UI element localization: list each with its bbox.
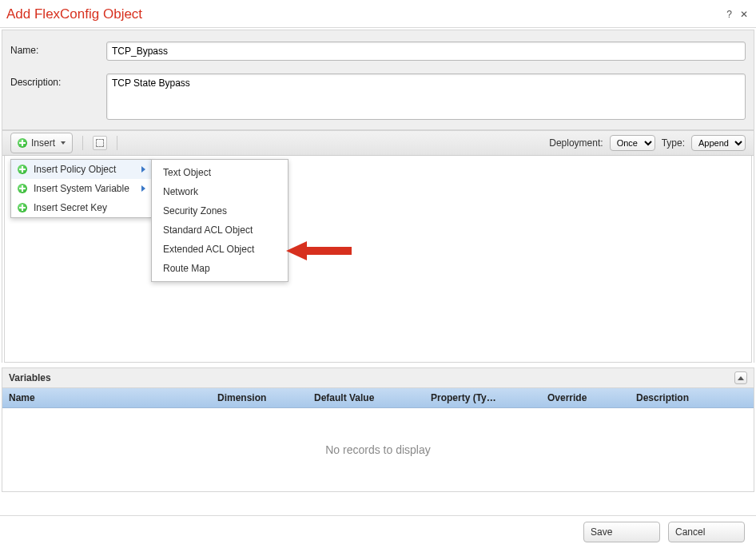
menu-item-label: Insert System Variable	[34, 183, 129, 194]
save-button[interactable]: Save	[583, 522, 660, 542]
variables-panel: Variables Name Dimension Default Value P…	[2, 367, 754, 492]
description-input[interactable]	[106, 73, 746, 120]
menu-insert-secret-key[interactable]: Insert Secret Key	[11, 198, 152, 217]
deployment-select[interactable]: Once	[610, 135, 655, 151]
submenu-standard-acl-object[interactable]: Standard ACL Object	[152, 220, 288, 240]
variables-header: Variables	[2, 368, 754, 388]
policy-object-submenu: Text Object Network Security Zones Stand…	[151, 159, 288, 282]
description-label: Description:	[10, 73, 106, 88]
insert-button-label: Insert	[31, 137, 55, 149]
dialog-footer: Save Cancel	[0, 515, 756, 548]
col-name[interactable]: Name	[2, 388, 211, 407]
menu-item-label: Text Object	[163, 167, 211, 178]
variables-columns: Name Dimension Default Value Property (T…	[2, 388, 754, 408]
toolbar-separator	[117, 136, 117, 150]
submenu-route-map[interactable]: Route Map	[152, 259, 288, 278]
help-icon[interactable]: ?	[726, 9, 732, 20]
type-label: Type:	[662, 137, 685, 149]
expand-editor-icon[interactable]	[93, 136, 107, 150]
divider	[0, 27, 756, 28]
submenu-security-zones[interactable]: Security Zones	[152, 201, 288, 220]
insert-menu: Insert Policy Object Insert System Varia…	[10, 159, 153, 218]
chevron-down-icon	[61, 141, 66, 145]
name-label: Name:	[10, 42, 106, 56]
menu-item-label: Insert Secret Key	[34, 202, 107, 213]
variables-title: Variables	[9, 372, 51, 383]
menu-insert-system-variable[interactable]: Insert System Variable	[11, 179, 152, 198]
menu-item-label: Standard ACL Object	[163, 224, 253, 236]
button-label: Save	[591, 526, 612, 538]
menu-item-label: Route Map	[163, 263, 210, 274]
description-row: Description:	[10, 73, 746, 120]
col-description[interactable]: Description	[630, 388, 754, 407]
menu-item-label: Extended ACL Object	[163, 244, 254, 255]
menu-item-label: Insert Policy Object	[34, 164, 116, 175]
menu-insert-policy-object[interactable]: Insert Policy Object	[11, 160, 152, 179]
menu-item-label: Security Zones	[163, 205, 227, 216]
flexconfig-dialog: Add FlexConfig Object ? ✕ Name: Descript…	[0, 0, 756, 548]
submenu-text-object[interactable]: Text Object	[152, 163, 288, 182]
insert-button[interactable]: Insert	[10, 133, 73, 153]
chevron-right-icon	[141, 185, 145, 192]
name-row: Name:	[10, 42, 746, 61]
close-icon[interactable]: ✕	[740, 9, 748, 20]
collapse-icon[interactable]	[734, 371, 747, 384]
editor-toolbar: Insert Deployment: Once Type: Append	[2, 130, 754, 156]
plus-icon	[18, 184, 27, 193]
name-input[interactable]	[106, 42, 746, 61]
toolbar-separator	[82, 136, 83, 150]
submenu-extended-acl-object[interactable]: Extended ACL Object	[152, 240, 288, 259]
plus-icon	[18, 165, 27, 174]
col-dimension[interactable]: Dimension	[211, 388, 308, 407]
type-select[interactable]: Append	[691, 135, 746, 151]
col-property[interactable]: Property (Ty…	[424, 388, 541, 407]
menu-item-label: Network	[163, 186, 198, 197]
cancel-button[interactable]: Cancel	[668, 522, 745, 542]
title-bar: Add FlexConfig Object ? ✕	[0, 0, 756, 27]
toolbar-right: Deployment: Once Type: Append	[549, 135, 746, 151]
title-actions: ? ✕	[726, 9, 748, 20]
col-default-value[interactable]: Default Value	[308, 388, 424, 407]
variables-empty: No records to display	[2, 408, 754, 491]
deployment-label: Deployment:	[549, 137, 603, 149]
plus-icon	[18, 138, 27, 148]
plus-icon	[18, 203, 27, 212]
button-label: Cancel	[675, 526, 705, 538]
dialog-title: Add FlexConfig Object	[6, 6, 142, 22]
form-area: Name: Description:	[2, 30, 754, 130]
chevron-right-icon	[141, 166, 145, 173]
col-override[interactable]: Override	[541, 388, 630, 407]
submenu-network[interactable]: Network	[152, 182, 288, 201]
